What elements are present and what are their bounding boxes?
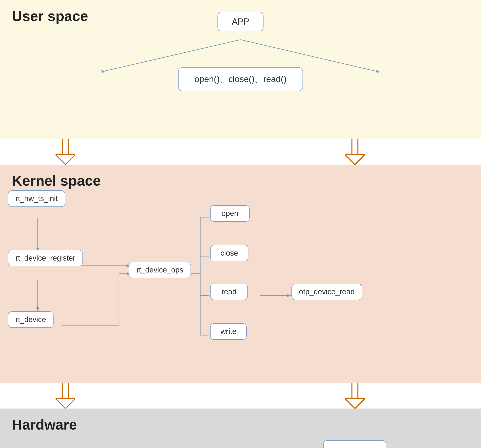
api-box: open()、close()、read() bbox=[178, 68, 303, 91]
hardware-title: Hardware bbox=[12, 417, 469, 433]
svg-marker-27 bbox=[55, 399, 75, 409]
user-space-section: User space APP open()、close()、read() bbox=[0, 0, 481, 139]
orange-arrow-left-1 bbox=[55, 139, 75, 165]
orange-arrow-left-2 bbox=[55, 383, 75, 409]
rt-hw-ts-init-box: rt_hw_ts_init bbox=[8, 190, 65, 207]
svg-marker-1 bbox=[101, 70, 105, 73]
orange-arrow-right-2 bbox=[345, 383, 365, 409]
svg-rect-26 bbox=[62, 383, 68, 399]
svg-marker-7 bbox=[345, 155, 365, 165]
close-box: close bbox=[210, 245, 248, 261]
orange-arrow-right-1 bbox=[345, 139, 365, 165]
svg-rect-4 bbox=[62, 139, 68, 155]
tsensor-box: Tsensor bbox=[323, 440, 386, 448]
otp-device-read-box: otp_device_read bbox=[292, 284, 362, 300]
write-box: write bbox=[210, 323, 247, 340]
svg-line-0 bbox=[103, 40, 240, 71]
rt-device-ops-box: rt_device_ops bbox=[129, 262, 191, 278]
kernel-space-title: Kernel space bbox=[12, 173, 469, 189]
svg-line-2 bbox=[240, 40, 377, 71]
svg-rect-6 bbox=[352, 139, 358, 155]
hardware-section: Hardware Tsensor bbox=[0, 409, 481, 448]
read-box: read bbox=[210, 284, 248, 300]
kernel-space-diagram bbox=[0, 165, 481, 383]
svg-marker-29 bbox=[345, 399, 365, 409]
svg-marker-3 bbox=[376, 70, 379, 73]
open-box: open bbox=[210, 205, 250, 222]
kernel-space-section: Kernel space bbox=[0, 165, 481, 383]
arrow-row-2 bbox=[0, 383, 481, 409]
rt-device-box: rt_device bbox=[8, 311, 53, 328]
svg-marker-5 bbox=[55, 155, 75, 165]
arrow-row-1 bbox=[0, 139, 481, 165]
rt-device-register-box: rt_device_register bbox=[8, 250, 83, 266]
svg-rect-28 bbox=[352, 383, 358, 399]
app-box: APP bbox=[218, 12, 263, 31]
